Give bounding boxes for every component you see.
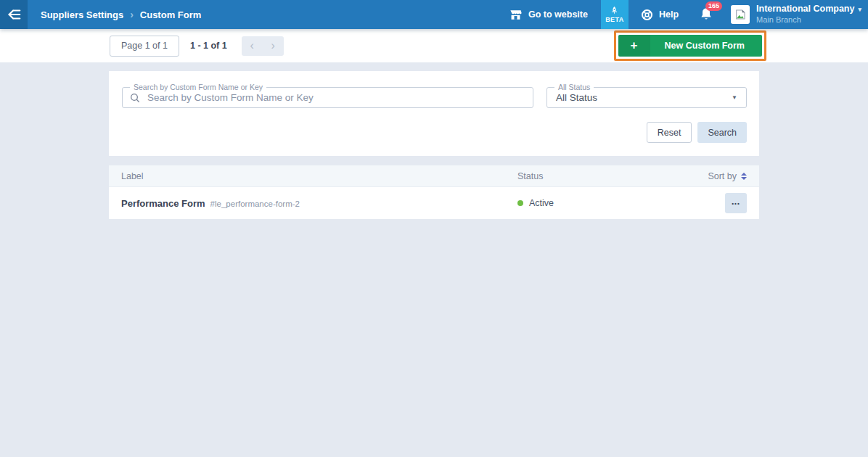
status-select-label: All Status [554,83,594,92]
new-custom-form-label: New Custom Form [650,41,762,51]
branch-name: Main Branch [756,15,861,25]
form-name-cell: Performance Form #le_performance-form-2 [121,198,517,209]
row-actions-button[interactable]: ••• [725,193,747,213]
help-icon [640,8,654,22]
status-select-value: All Status [556,92,597,103]
search-field-wrapper: Search by Custom Form Name or Key [122,87,533,108]
filter-actions: Reset Search [647,122,747,143]
column-header-status: Status [517,171,708,181]
breadcrumb-suppliers-settings[interactable]: Suppliers Settings [41,9,123,20]
help-label: Help [659,9,679,20]
form-key: #le_performance-form-2 [210,199,300,208]
search-icon [129,92,141,104]
status-dot [517,200,523,206]
main-content: Search by Custom Form Name or Key All St… [0,62,868,219]
pagination-range: 1 - 1 of 1 [190,41,227,51]
storefront-icon [509,8,523,22]
prev-page-button[interactable]: ‹ [250,40,254,52]
notification-count-badge: 165 [705,1,722,11]
sort-by-label: Sort by [708,171,737,181]
caret-down-icon: ▾ [858,6,861,14]
filter-panel: Search by Custom Form Name or Key All St… [109,71,759,156]
page-selector[interactable]: Page 1 of 1 [110,36,179,57]
column-header-label: Label [121,171,517,181]
go-to-website-label: Go to website [528,9,588,20]
go-to-website-link[interactable]: Go to website [509,8,588,22]
form-name: Performance Form [121,198,205,209]
custom-forms-table: Label Status Sort by Performance Form #l… [109,165,759,219]
new-custom-form-button[interactable]: + New Custom Form [618,35,762,57]
next-page-button[interactable]: › [271,40,275,52]
help-button[interactable]: Help [640,8,679,22]
pagination-toolbar: Page 1 of 1 1 - 1 of 1 ‹ › + New Custom … [0,29,868,62]
new-custom-form-highlight: + New Custom Form [614,30,766,61]
beta-label: BETA [605,16,623,23]
account-labels: International Company ▾ Main Branch [756,4,861,25]
topbar-actions: Go to website BETA Help [509,0,868,29]
plus-icon: + [618,35,650,57]
sort-icon [741,173,747,180]
search-field-label: Search by Custom Form Name or Key [130,83,266,92]
rocket-icon [610,6,619,15]
sidebar-collapse-button[interactable] [0,0,28,29]
dropdown-caret-icon: ▼ [732,94,737,101]
account-menu[interactable]: International Company ▾ Main Branch [731,4,868,25]
status-text: Active [529,198,554,208]
status-select[interactable]: All Status All Status ▼ [546,87,747,108]
topbar: Suppliers Settings › Custom Form Go to w… [0,0,868,29]
company-name: International Company [756,4,854,15]
company-avatar [731,5,750,24]
broken-image-icon [734,9,746,20]
pagination-arrows: ‹ › [242,36,284,56]
form-status-cell: Active [517,198,725,208]
collapse-left-icon [6,7,22,22]
breadcrumb: Suppliers Settings › Custom Form [41,9,201,20]
table-header-row: Label Status Sort by [109,165,759,187]
reset-button[interactable]: Reset [647,122,692,143]
sort-by-control[interactable]: Sort by [708,171,747,181]
table-row: Performance Form #le_performance-form-2 … [109,187,759,219]
breadcrumb-separator: › [130,9,134,20]
beta-badge[interactable]: BETA [601,0,629,29]
search-input[interactable] [147,92,525,103]
breadcrumb-custom-form: Custom Form [140,9,202,20]
notifications-button[interactable]: 165 [699,6,715,23]
search-button[interactable]: Search [697,122,747,143]
